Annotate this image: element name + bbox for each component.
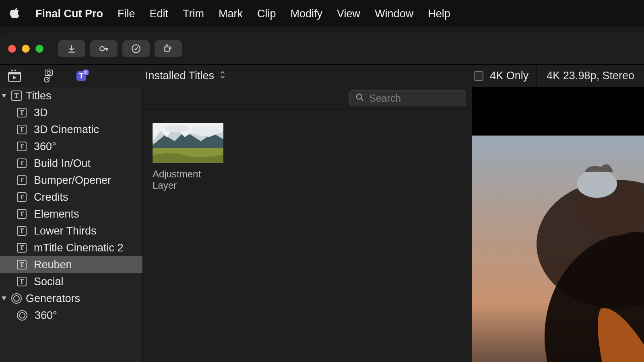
sidebar-item-label: Social (34, 276, 64, 288)
title-icon: T (17, 209, 27, 219)
thumbnail-adjustment-layer[interactable]: Adjustment Layer (153, 123, 223, 191)
project-format-label: 4K 23.98p, Stereo (537, 65, 644, 87)
svg-text:T: T (79, 72, 84, 80)
menu-modify[interactable]: Modify (291, 8, 323, 20)
svg-point-0 (100, 47, 104, 51)
disclosure-triangle-icon (2, 296, 6, 300)
sidebar-item-label: Lower Thirds (34, 225, 97, 237)
sidebar-item-label: 360° (35, 309, 57, 322)
menu-window[interactable]: Window (375, 8, 413, 20)
sidebar-item-3d-cinematic[interactable]: T3D Cinematic (0, 121, 142, 138)
menu-mark[interactable]: Mark (219, 8, 243, 20)
title-icon: T (17, 125, 27, 134)
title-icon: T (17, 108, 27, 117)
chevron-updown-icon (219, 70, 226, 82)
sidebar-item-build-in-out[interactable]: TBuild In/Out (0, 155, 142, 172)
thumbnail-grid: Adjustment Layer (143, 109, 472, 205)
4k-only-checkbox[interactable]: 4K Only (474, 70, 528, 82)
browser-header: TT Installed Titles 4K Only 4K 23.98p, S… (0, 64, 644, 87)
sidebar-section-generators[interactable]: Generators (0, 290, 142, 307)
sidebar-item-label: Build In/Out (34, 157, 91, 170)
thumbnail-label: Adjustment Layer (153, 169, 223, 191)
toolbar-background-tasks-button[interactable] (122, 40, 150, 57)
titlebar (0, 33, 644, 64)
photos-audio-tab-icon[interactable] (41, 69, 56, 83)
checkbox-icon (474, 71, 483, 81)
title-icon: T (17, 277, 27, 286)
disclosure-triangle-icon (2, 94, 6, 98)
menu-view[interactable]: View (337, 8, 360, 20)
sidebar-item-label: 360° (34, 140, 56, 153)
viewer-panel (472, 87, 644, 362)
svg-point-17 (191, 126, 219, 136)
browser-tabs: TT (0, 69, 143, 83)
close-window-button[interactable] (8, 45, 16, 53)
sidebar-item-3d[interactable]: T3D (0, 104, 142, 121)
menu-trim[interactable]: Trim (183, 8, 204, 20)
title-icon: T (11, 90, 22, 101)
sidebar-item-label: Credits (34, 191, 68, 204)
sidebar-item-lower-thirds[interactable]: TLower Thirds (0, 222, 142, 239)
toolbar-import-button[interactable] (58, 40, 85, 57)
generator-icon (17, 310, 27, 321)
sidebar-item-gen-360[interactable]: 360° (0, 307, 142, 324)
sidebar-item-360[interactable]: T360° (0, 138, 142, 155)
title-icon: T (17, 142, 27, 151)
sidebar-item-label: mTitle Cinematic 2 (34, 242, 124, 254)
app-window: TT Installed Titles 4K Only 4K 23.98p, S… (0, 33, 644, 362)
titles-generators-tab-icon[interactable]: TT (75, 69, 89, 83)
sidebar-item-label: 3D (34, 107, 48, 119)
search-icon (355, 93, 364, 103)
thumbnail-image (153, 123, 223, 163)
toolbar-keyword-button[interactable] (90, 40, 118, 57)
menu-clip[interactable]: Clip (257, 8, 276, 20)
title-icon: T (17, 243, 27, 253)
titles-scope-dropdown[interactable]: Installed Titles (145, 70, 226, 82)
menu-edit[interactable]: Edit (150, 8, 169, 20)
content-area: T Titles T3D T3D Cinematic T360° TBuild … (0, 87, 644, 362)
sidebar-item-social[interactable]: TSocial (0, 273, 142, 290)
sidebar-item-bumper-opener[interactable]: TBumper/Opener (0, 172, 142, 189)
search-box[interactable] (349, 90, 466, 106)
sidebar-section-titles[interactable]: T Titles (0, 87, 142, 104)
sidebar-section-label: Generators (26, 292, 80, 305)
svg-point-9 (47, 71, 50, 74)
svg-rect-3 (107, 48, 108, 50)
title-icon: T (17, 158, 27, 168)
zoom-window-button[interactable] (35, 45, 43, 53)
title-icon: T (17, 226, 27, 236)
title-icon: T (17, 260, 27, 269)
sidebar-item-label: Bumper/Opener (34, 174, 111, 187)
window-controls (8, 45, 43, 53)
menu-file[interactable]: File (118, 8, 135, 20)
svg-point-18 (165, 125, 189, 132)
svg-rect-2 (106, 48, 107, 51)
title-icon: T (17, 192, 27, 202)
libraries-tab-icon[interactable] (7, 69, 22, 83)
sidebar-item-reuben[interactable]: TReuben (0, 256, 142, 273)
title-icon: T (17, 175, 27, 185)
svg-point-14 (357, 94, 362, 99)
menubar: Final Cut Pro File Edit Trim Mark Clip M… (0, 0, 644, 27)
svg-rect-6 (8, 72, 21, 74)
4k-only-label: 4K Only (490, 70, 528, 82)
svg-marker-7 (13, 76, 17, 79)
generator-icon (11, 293, 22, 304)
apple-logo-icon[interactable] (10, 7, 21, 20)
sidebar-section-label: Titles (26, 90, 52, 102)
search-row (143, 87, 472, 109)
sidebar-item-label: Elements (34, 208, 79, 220)
sidebar-item-elements[interactable]: TElements (0, 206, 142, 222)
viewer-black-bar (472, 87, 644, 136)
browser-main: Adjustment Layer (143, 87, 472, 362)
app-name[interactable]: Final Cut Pro (35, 8, 103, 20)
minimize-window-button[interactable] (22, 45, 30, 53)
menu-help[interactable]: Help (428, 8, 450, 20)
sidebar-item-label: 3D Cinematic (34, 123, 99, 136)
viewer-preview[interactable] (472, 136, 644, 362)
browser-filter-bar: Installed Titles 4K Only (143, 70, 537, 82)
toolbar-extensions-button[interactable] (155, 40, 182, 57)
sidebar-item-mtitle-cinematic-2[interactable]: TmTitle Cinematic 2 (0, 239, 142, 256)
sidebar-item-credits[interactable]: TCredits (0, 189, 142, 206)
titles-scope-label: Installed Titles (145, 70, 214, 82)
